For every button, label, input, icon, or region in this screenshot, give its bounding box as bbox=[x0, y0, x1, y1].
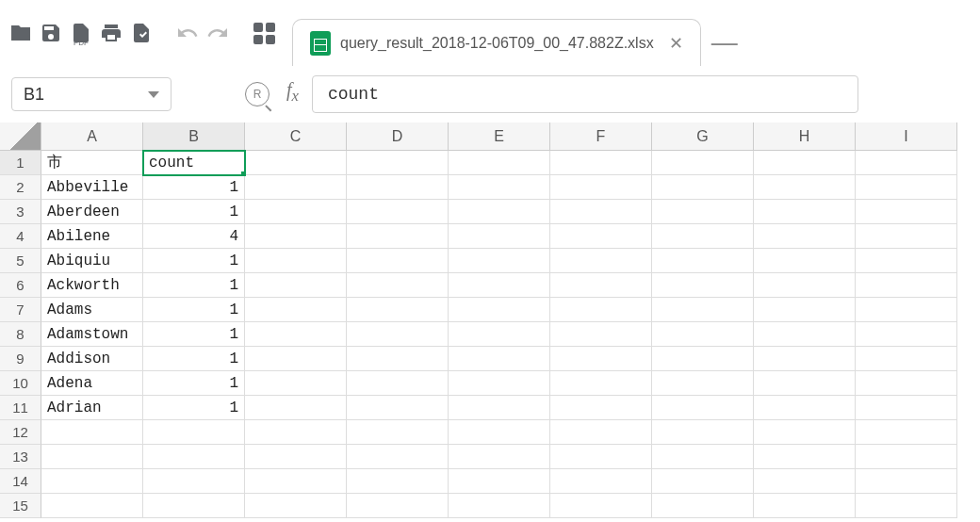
cell[interactable] bbox=[245, 322, 347, 347]
column-header-D[interactable]: D bbox=[347, 122, 449, 151]
cell[interactable]: 1 bbox=[143, 322, 245, 347]
cell[interactable] bbox=[550, 420, 652, 445]
cell[interactable] bbox=[41, 494, 143, 518]
column-header-H[interactable]: H bbox=[754, 122, 856, 151]
name-box[interactable]: B1 bbox=[11, 77, 172, 111]
cell[interactable] bbox=[754, 298, 856, 322]
cell[interactable] bbox=[754, 494, 856, 518]
cell[interactable] bbox=[550, 371, 652, 396]
cell[interactable]: 1 bbox=[143, 175, 245, 200]
row-header[interactable]: 14 bbox=[0, 469, 41, 494]
cell[interactable] bbox=[652, 151, 754, 175]
cell[interactable] bbox=[856, 298, 957, 322]
row-header[interactable]: 8 bbox=[0, 322, 41, 347]
cell[interactable] bbox=[449, 396, 550, 420]
column-header-I[interactable]: I bbox=[856, 122, 957, 151]
row-header[interactable]: 6 bbox=[0, 273, 41, 298]
cell[interactable]: Adamstown bbox=[41, 322, 143, 347]
cell[interactable] bbox=[754, 420, 856, 445]
cell[interactable]: 市 bbox=[41, 151, 143, 175]
cell[interactable] bbox=[347, 151, 449, 175]
cell[interactable]: 1 bbox=[143, 396, 245, 420]
cell[interactable] bbox=[652, 347, 754, 371]
cell[interactable] bbox=[652, 224, 754, 249]
cell[interactable]: 4 bbox=[143, 224, 245, 249]
cell[interactable]: 1 bbox=[143, 371, 245, 396]
cell[interactable]: 1 bbox=[143, 273, 245, 298]
row-header[interactable]: 1 bbox=[0, 151, 41, 175]
cell[interactable] bbox=[652, 396, 754, 420]
cell[interactable] bbox=[347, 371, 449, 396]
cell[interactable] bbox=[856, 249, 957, 273]
new-tab-button[interactable]: — bbox=[701, 19, 748, 66]
cell[interactable] bbox=[856, 469, 957, 494]
cell[interactable] bbox=[550, 469, 652, 494]
cell[interactable] bbox=[652, 469, 754, 494]
save-icon[interactable] bbox=[38, 20, 64, 46]
column-header-A[interactable]: A bbox=[41, 122, 143, 151]
cell[interactable] bbox=[347, 224, 449, 249]
cell[interactable] bbox=[652, 420, 754, 445]
cell[interactable] bbox=[245, 396, 347, 420]
cell[interactable] bbox=[449, 469, 550, 494]
cell[interactable]: Addison bbox=[41, 347, 143, 371]
cell[interactable] bbox=[347, 494, 449, 518]
cell[interactable] bbox=[550, 151, 652, 175]
cell[interactable] bbox=[856, 224, 957, 249]
cell[interactable] bbox=[652, 445, 754, 469]
cell[interactable]: Aberdeen bbox=[41, 200, 143, 224]
folder-open-icon[interactable] bbox=[8, 20, 34, 46]
row-header[interactable]: 7 bbox=[0, 298, 41, 322]
cell[interactable] bbox=[856, 396, 957, 420]
cell[interactable]: Adams bbox=[41, 298, 143, 322]
cell[interactable] bbox=[856, 175, 957, 200]
file-tab[interactable]: query_result_2018-12-06T09_00_47.882Z.xl… bbox=[292, 19, 701, 66]
cell[interactable] bbox=[449, 347, 550, 371]
cell[interactable] bbox=[856, 151, 957, 175]
find-icon[interactable]: R bbox=[245, 82, 270, 106]
cell[interactable] bbox=[347, 200, 449, 224]
cell[interactable]: 1 bbox=[143, 347, 245, 371]
cell[interactable] bbox=[143, 494, 245, 518]
row-header[interactable]: 11 bbox=[0, 396, 41, 420]
row-header[interactable]: 3 bbox=[0, 200, 41, 224]
cell[interactable] bbox=[347, 249, 449, 273]
cell[interactable] bbox=[245, 469, 347, 494]
row-header[interactable]: 10 bbox=[0, 371, 41, 396]
cell[interactable] bbox=[449, 322, 550, 347]
cell[interactable] bbox=[856, 273, 957, 298]
cell[interactable] bbox=[754, 200, 856, 224]
cell[interactable] bbox=[652, 298, 754, 322]
cell[interactable] bbox=[245, 200, 347, 224]
cell[interactable] bbox=[652, 322, 754, 347]
cell[interactable] bbox=[245, 273, 347, 298]
cell[interactable]: Abiquiu bbox=[41, 249, 143, 273]
cell[interactable] bbox=[754, 371, 856, 396]
cell[interactable] bbox=[449, 420, 550, 445]
cell[interactable] bbox=[652, 371, 754, 396]
cell[interactable] bbox=[245, 347, 347, 371]
cell[interactable] bbox=[856, 200, 957, 224]
column-header-E[interactable]: E bbox=[449, 122, 550, 151]
formula-input[interactable] bbox=[312, 75, 858, 113]
cell[interactable] bbox=[449, 445, 550, 469]
cell[interactable]: Adrian bbox=[41, 396, 143, 420]
cell[interactable] bbox=[449, 371, 550, 396]
cell[interactable] bbox=[754, 273, 856, 298]
close-icon[interactable]: ✕ bbox=[669, 33, 683, 54]
pdf-export-icon[interactable]: PDF bbox=[68, 20, 94, 46]
chevron-down-icon[interactable] bbox=[148, 91, 159, 98]
cell[interactable] bbox=[550, 273, 652, 298]
cell[interactable] bbox=[347, 396, 449, 420]
row-header[interactable]: 9 bbox=[0, 347, 41, 371]
row-header[interactable]: 2 bbox=[0, 175, 41, 200]
undo-icon[interactable] bbox=[174, 20, 201, 46]
cell[interactable] bbox=[550, 249, 652, 273]
cell[interactable] bbox=[652, 249, 754, 273]
cell[interactable] bbox=[550, 322, 652, 347]
cell[interactable] bbox=[347, 347, 449, 371]
cell[interactable]: Ackworth bbox=[41, 273, 143, 298]
cell[interactable]: count bbox=[143, 151, 245, 175]
cell[interactable] bbox=[652, 273, 754, 298]
cell[interactable] bbox=[550, 347, 652, 371]
